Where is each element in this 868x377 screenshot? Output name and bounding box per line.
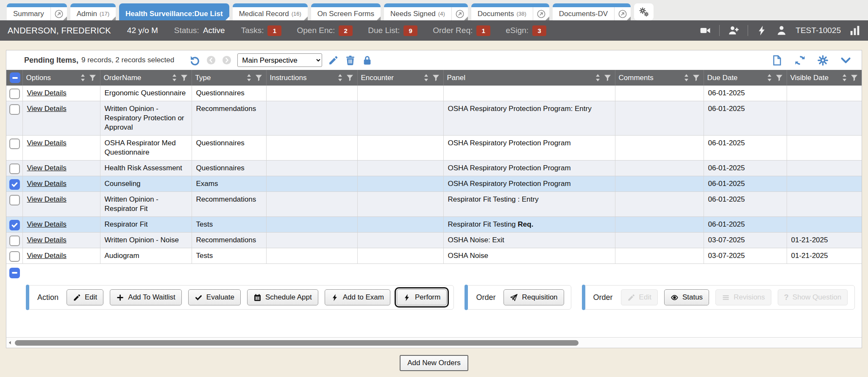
funnel-icon[interactable] [432,74,440,82]
calendar-icon [253,294,262,302]
sort-icon[interactable] [80,73,86,82]
horizontal-scrollbar[interactable] [6,337,862,348]
row-checkbox[interactable] [9,220,20,230]
tab-medical-record[interactable]: Medical Record(16) [233,3,308,20]
row-checkbox[interactable] [9,251,20,262]
column-header-options[interactable]: Options [22,70,100,86]
counter-esign[interactable]: eSign:3 [506,25,546,36]
column-header-instructions[interactable]: Instructions [266,70,357,86]
view-details-link[interactable]: View Details [27,89,67,97]
bar-chart-icon[interactable] [849,25,860,36]
perspective-select[interactable]: Main Perspective [237,53,322,67]
sort-icon[interactable] [172,73,177,82]
trash-button[interactable] [345,55,356,66]
tab-count: (38) [517,11,526,17]
chevron-down-button[interactable] [840,55,851,66]
row-checkbox[interactable] [9,195,20,205]
funnel-icon[interactable] [89,74,97,82]
add-to-waitlist-button[interactable]: Add To Waitlist [110,289,182,305]
view-details-link[interactable]: View Details [27,220,67,228]
perform-button[interactable]: Perform [397,289,447,305]
gear-button[interactable] [817,55,829,66]
funnel-icon[interactable] [604,74,612,82]
sort-icon[interactable] [842,73,847,82]
row-checkbox[interactable] [9,89,20,99]
column-header-visible-date[interactable]: Visible Date [787,70,862,86]
view-details-link[interactable]: View Details [27,252,67,260]
tab-on-screen-forms[interactable]: On Screen Forms [311,3,381,20]
tab-settings-button[interactable] [634,3,654,20]
funnel-icon[interactable] [775,74,783,82]
row-checkbox[interactable] [9,164,20,174]
view-details-link[interactable]: View Details [27,105,67,113]
tab-popout-button[interactable] [614,7,631,20]
select-all-footer-checkbox[interactable] [9,268,20,278]
column-header-encounter[interactable]: Encounter [357,70,443,86]
lock-button[interactable] [362,55,373,66]
row-checkbox[interactable] [9,104,20,115]
tab-documents-dv[interactable]: Documents-DV [553,3,631,20]
view-details-link[interactable]: View Details [27,195,67,203]
view-details-link[interactable]: View Details [27,139,67,147]
sort-icon[interactable] [595,73,601,82]
select-all-checkbox[interactable] [10,72,20,83]
add-new-orders-button[interactable]: Add New Orders [400,355,468,371]
tab-health-surveillance-due-list[interactable]: Health Surveillance:Due List [119,3,229,20]
chevron-circle-right-button[interactable] [222,55,231,65]
view-details-link[interactable]: View Details [27,236,67,244]
tab-popout-button[interactable] [50,7,67,20]
cell-type: Questionnaires [192,161,266,176]
refresh-button[interactable] [794,55,806,66]
counter-order-req[interactable]: Order Req:1 [433,25,490,36]
bolt-icon[interactable] [757,25,768,36]
table-row: View DetailsAudiogramTestsOSHA Noise03-0… [6,248,862,264]
tab-documents[interactable]: Documents(38) [471,3,549,20]
evaluate-button[interactable]: Evaluate [188,289,241,305]
row-checkbox[interactable] [9,139,20,149]
add-to-exam-button[interactable]: Add to Exam [325,289,390,305]
sort-icon[interactable] [246,73,252,82]
scroll-left-arrow-icon[interactable] [6,340,14,345]
funnel-icon[interactable] [346,74,354,82]
tab-popout-button[interactable] [451,7,468,20]
tab-summary[interactable]: Summary [7,3,67,20]
counter-tasks[interactable]: Tasks:1 [241,25,282,36]
sort-icon[interactable] [767,73,772,82]
view-details-link[interactable]: View Details [27,180,67,188]
column-header-ordername[interactable]: OrderName [100,70,192,86]
column-header-panel[interactable]: Panel [443,70,615,86]
new-page-button[interactable] [771,55,783,66]
funnel-icon[interactable] [255,74,263,82]
column-header-due-date[interactable]: Due Date [704,70,787,86]
counter-open-enc[interactable]: Open Enc:2 [297,25,353,36]
tab-admin[interactable]: Admin(17) [70,3,116,20]
view-details-link[interactable]: View Details [27,164,67,172]
scrollbar-thumb[interactable] [15,340,579,346]
sort-icon[interactable] [337,73,343,82]
tab-popout-button[interactable] [533,7,549,20]
edit-button[interactable]: Edit [67,289,103,305]
video-camera-icon[interactable] [700,25,711,36]
sort-icon[interactable] [423,73,429,82]
sort-icon[interactable] [684,73,689,82]
column-header-type[interactable]: Type [192,70,266,86]
status-button[interactable]: Status [664,289,709,305]
cell-instructions [266,136,357,161]
undo-button[interactable] [189,55,200,66]
chevron-circle-left-button[interactable] [206,55,216,65]
funnel-icon[interactable] [180,74,188,82]
gears-icon [639,7,649,17]
table-row: View DetailsCounselingExamsOSHA Respirat… [6,176,862,192]
funnel-icon[interactable] [692,74,700,82]
pencil-button[interactable] [328,55,339,66]
cell-encounter [357,217,443,233]
row-checkbox[interactable] [9,179,20,190]
schedule-appt-button[interactable]: Schedule Appt [247,289,318,305]
counter-due-list[interactable]: Due List:9 [368,25,417,36]
tab-needs-signed[interactable]: Needs Signed(4) [384,3,468,20]
column-header-comments[interactable]: Comments [615,70,704,86]
requisition-button[interactable]: Requisition [504,289,564,305]
person-add-icon[interactable] [728,25,739,36]
funnel-icon[interactable] [850,74,858,82]
row-checkbox[interactable] [9,236,20,246]
